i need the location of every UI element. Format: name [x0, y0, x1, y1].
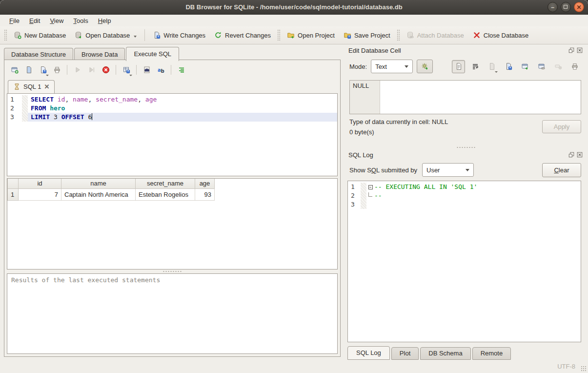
toolbar-drag-handle[interactable]	[397, 29, 400, 41]
cell-value-area[interactable]	[380, 81, 581, 114]
column-header-secret_name[interactable]: secret_name	[136, 179, 195, 188]
format-sql-button[interactable]: ab	[154, 63, 167, 77]
fold-margin	[361, 183, 366, 191]
open-database-button[interactable]: Open Database	[70, 29, 141, 41]
tab-close-icon[interactable]: ✕	[44, 83, 49, 90]
tab-browse-data[interactable]: Browse Data	[74, 48, 125, 61]
menu-view[interactable]: View	[45, 16, 68, 26]
table-cell[interactable]: Captain North America	[61, 188, 136, 200]
menu-file[interactable]: File	[5, 16, 24, 26]
set-link-icon	[538, 62, 546, 70]
print-cell-button[interactable]	[568, 60, 581, 73]
dock-tab-sql-log[interactable]: SQL Log	[347, 346, 390, 360]
results-table: idnamesecret_nameage17Captain North Amer…	[7, 179, 215, 201]
gear-apply-icon	[421, 62, 429, 70]
tab-execute-sql[interactable]: Execute SQL	[126, 47, 179, 61]
log-filter-select[interactable]: User	[422, 163, 474, 177]
save-results-button[interactable]	[120, 63, 133, 77]
encoding-label: UTF-8	[557, 363, 575, 370]
chevron-down-icon[interactable]	[134, 36, 137, 38]
sql-log-view[interactable]: 1-- EXECUTING ALL IN 'SQL 1'2--3	[347, 181, 581, 342]
line-number: 3	[7, 113, 22, 122]
revert-changes-button[interactable]: Revert Changes	[210, 29, 275, 41]
close-panel-icon[interactable]	[576, 151, 583, 158]
column-header-id[interactable]: id	[19, 179, 61, 188]
minimize-button[interactable]: –	[547, 2, 558, 12]
fold-collapse-icon[interactable]	[368, 185, 373, 189]
apply-button[interactable]: Apply	[542, 120, 581, 133]
toolbar-drag-handle[interactable]	[277, 29, 281, 41]
chevron-down-icon	[405, 65, 408, 68]
word-wrap-button[interactable]	[468, 60, 482, 73]
mode-select[interactable]: Text	[371, 60, 413, 73]
tab-database-structure[interactable]: Database Structure	[4, 48, 73, 61]
window-controls: – ✕	[547, 2, 584, 12]
stop-button[interactable]	[99, 63, 112, 77]
log-filter-label: Show SQL submitted by	[349, 166, 417, 174]
float-panel-icon[interactable]	[568, 151, 575, 158]
open-database-icon	[75, 31, 82, 39]
dock-tab-plot[interactable]: Plot	[391, 347, 419, 360]
open-sql-file-button[interactable]	[22, 63, 35, 77]
log-filter-row: Show SQL submitted by User Clear	[346, 160, 585, 180]
toolbar-drag-handle[interactable]	[4, 29, 7, 41]
resize-grip[interactable]	[581, 366, 587, 372]
log-text: --	[374, 191, 382, 200]
cell-value-editor[interactable]: NULL	[349, 80, 581, 114]
float-panel-icon[interactable]	[568, 47, 575, 54]
chevron-down-icon[interactable]	[129, 75, 132, 76]
close-button[interactable]: ✕	[574, 2, 584, 12]
table-header-row: idnamesecret_nameage	[8, 179, 215, 188]
corner-header[interactable]	[8, 179, 19, 188]
table-row[interactable]: 17Captain North AmericaEsteban Rogelios9…	[8, 188, 215, 200]
log-line: 3	[348, 200, 581, 209]
save-project-button[interactable]: Save Project	[339, 29, 395, 41]
table-cell[interactable]: Esteban Rogelios	[136, 188, 195, 200]
dock-tab-db-schema[interactable]: DB Schema	[420, 347, 470, 360]
fold-margin	[361, 191, 366, 200]
find-replace-button[interactable]	[140, 63, 153, 77]
set-link-button[interactable]	[535, 60, 548, 73]
sql-editor[interactable]: 1SELECT id, name, secret_name, age2FROM …	[7, 93, 338, 176]
save-results-icon	[122, 66, 130, 74]
stop-icon	[102, 66, 110, 74]
save-sql-file-button[interactable]	[36, 63, 49, 77]
auto-switch-mode-button[interactable]	[417, 60, 433, 73]
close-icon: ✕	[574, 2, 584, 12]
export-cell-button[interactable]	[502, 60, 515, 73]
open-project-button[interactable]: Open Project	[283, 29, 339, 41]
chevron-down-icon[interactable]	[46, 75, 49, 76]
minimize-icon: –	[548, 2, 557, 12]
table-cell[interactable]: 7	[19, 188, 61, 200]
text-mode-button[interactable]	[452, 60, 465, 73]
sql-tab[interactable]: SQL 1 ✕	[8, 80, 55, 93]
column-header-age[interactable]: age	[195, 179, 215, 188]
titlebar[interactable]: DB Browser for SQLite - /home/user/code/…	[0, 0, 588, 15]
close-database-icon	[473, 31, 481, 39]
dock-tab-remote[interactable]: Remote	[472, 347, 511, 360]
toolbar-separator	[116, 65, 116, 75]
new-database-button[interactable]: New Database	[9, 29, 70, 41]
maximize-button[interactable]	[561, 2, 571, 12]
hourglass-icon	[13, 83, 20, 90]
fold-margin	[22, 95, 28, 104]
write-changes-button[interactable]: Write Changes	[148, 29, 210, 41]
column-header-name[interactable]: name	[61, 179, 136, 188]
word-wrap-lines-button[interactable]	[175, 63, 188, 77]
menu-help[interactable]: Help	[94, 16, 116, 26]
clear-log-button[interactable]: Clear	[542, 163, 581, 177]
new-sql-tab-icon	[11, 66, 19, 74]
table-cell[interactable]: 93	[195, 188, 215, 200]
open-external-button[interactable]	[518, 60, 531, 73]
new-sql-tab-button[interactable]	[8, 63, 21, 77]
results-table-area[interactable]: idnamesecret_nameage17Captain North Amer…	[7, 178, 338, 269]
row-number[interactable]: 1	[8, 188, 19, 200]
splitter-handle[interactable]	[6, 269, 339, 273]
close-database-button[interactable]: Close Database	[468, 29, 533, 41]
print-button[interactable]	[50, 63, 63, 77]
menu-edit[interactable]: Edit	[25, 16, 44, 26]
menu-tools[interactable]: Tools	[69, 16, 92, 26]
dock-splitter-handle[interactable]	[346, 145, 585, 149]
open-external-icon	[521, 62, 529, 70]
close-panel-icon[interactable]	[576, 47, 583, 54]
